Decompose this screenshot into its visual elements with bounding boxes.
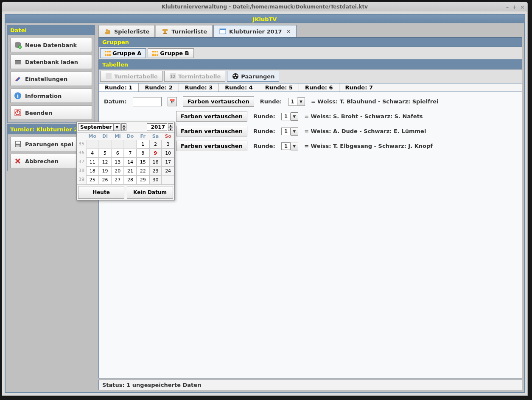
pairing-text: = Weiss: S. Broht - Schwarz: S. Nafets [304,113,423,119]
month-spinner[interactable]: ▲▼ [121,123,126,131]
calendar-day[interactable]: 1 [137,140,149,149]
info-icon: i [14,92,22,100]
tab-turniertabelle[interactable]: Turniertabelle [100,71,162,82]
chevron-down-icon[interactable]: ▼ [114,123,120,131]
load-database-button[interactable]: Datenbank laden [10,55,92,69]
swap-colors-button[interactable]: Farben vertauschen [183,96,254,107]
tab-termintabelle[interactable]: 12Termintabelle [164,71,225,82]
information-button[interactable]: i Information [10,89,92,103]
round-tab[interactable]: Runde: 1 [99,83,139,92]
round-dropdown[interactable]: 1▼ [281,127,298,136]
calendar-day[interactable]: 18 [86,167,99,175]
no-date-button[interactable]: Kein Datum [127,186,173,199]
calendar-day[interactable]: 11 [86,158,99,167]
minimize-icon[interactable]: – [506,4,509,10]
calendar-day[interactable]: 8 [137,149,149,158]
calendar-dow: Fr [137,133,149,140]
calendar-day[interactable]: 7 [124,149,137,158]
round-tab[interactable]: Runde: 7 [339,83,379,92]
tab-label: Turniertabelle [114,73,158,80]
svg-rect-11 [16,142,20,144]
tab-turnierliste[interactable]: Turnierliste [156,25,213,37]
calendar-day[interactable]: 15 [137,158,149,167]
close-icon[interactable]: × [520,4,525,10]
svg-rect-17 [164,31,166,33]
round-tab[interactable]: Runde: 5 [259,83,299,92]
button-label: Datenbank laden [25,59,78,65]
calendar-day[interactable]: 28 [124,175,137,184]
round-tab[interactable]: Runde: 2 [139,83,179,92]
down-icon[interactable]: ▼ [168,127,173,131]
calendar-day[interactable]: 25 [86,175,99,184]
down-icon[interactable]: ▼ [121,127,126,131]
calendar-week-number: 35 [77,140,86,149]
date-picker-button[interactable]: 📅 [168,97,177,106]
tab-close-icon[interactable]: ✕ [286,28,291,35]
round-label: Runde: [260,98,282,105]
calendar-dow: Do [124,133,137,140]
new-database-button[interactable]: Neue Datenbank [10,38,92,52]
calendar-day[interactable]: 14 [124,158,137,167]
calendar-day[interactable]: 26 [99,175,112,184]
calendar-day[interactable]: 12 [99,158,112,167]
calendar-day[interactable]: 20 [111,167,124,175]
calendar-day[interactable]: 3 [162,140,174,149]
month-selector[interactable]: September ▼ [78,123,120,131]
round-tab[interactable]: Runde: 6 [299,83,339,92]
calendar-day[interactable]: 16 [149,158,162,167]
quit-button[interactable]: Beenden [10,106,92,120]
swap-colors-button[interactable]: Farben vertauschen [176,141,247,151]
calendar-day[interactable]: 21 [124,167,137,175]
up-icon[interactable]: ▲ [168,123,173,127]
window-icon [219,28,227,35]
calendar-day[interactable]: 30 [149,175,162,184]
up-icon[interactable]: ▲ [121,123,126,127]
pairings-icon [232,72,239,80]
tab-klubturnier[interactable]: Klubturnier 2017 ✕ [213,25,297,37]
calendar-day[interactable]: 27 [111,175,124,184]
calendar-day[interactable]: 22 [137,167,149,175]
calendar-day[interactable]: 4 [86,149,99,158]
svg-rect-16 [162,29,168,31]
calendar-day[interactable]: 17 [162,158,174,167]
svg-rect-18 [163,33,167,34]
pairing-row: Farben vertauschenRunde:1▼= Weiss: S. Br… [104,111,517,122]
group-tab-b[interactable]: Gruppe B [148,48,193,58]
calendar-day[interactable]: 10 [162,149,174,158]
svg-text:i: i [17,93,19,99]
calendar-day[interactable]: 6 [111,149,124,158]
main-tabs: Spielerliste Turnierliste Klubturnier 20… [98,25,522,37]
group-tab-a[interactable]: Gruppe A [100,48,146,58]
round-dropdown[interactable]: 1▼ [281,142,298,150]
svg-point-27 [235,77,236,78]
year-spinner[interactable]: ▲▼ [168,123,173,131]
calendar-day[interactable]: 9 [149,149,162,158]
round-tab[interactable]: Runde: 4 [219,83,259,92]
sidebar-body: Neue Datenbank Datenbank laden Einstellu… [8,35,95,122]
calendar-day[interactable]: 24 [162,167,174,175]
swap-colors-button[interactable]: Farben vertauschen [176,111,247,122]
tab-spielerliste[interactable]: Spielerliste [98,25,155,37]
chevron-down-icon: ▼ [291,142,298,150]
calendar-day[interactable]: 29 [137,175,149,184]
gruppen-bar: Gruppen [98,37,522,47]
calendar-dow: Mo [86,133,99,140]
calendar-day[interactable]: 13 [111,158,124,167]
today-button[interactable]: Heute [78,186,124,199]
round-dropdown[interactable]: 1▼ [281,112,298,121]
maximize-icon[interactable]: + [512,4,517,10]
tab-paarungen[interactable]: Paarungen [227,71,279,82]
calendar-day[interactable]: 5 [99,149,112,158]
tab-label: Paarungen [241,73,274,80]
swap-colors-button[interactable]: Farben vertauschen [176,126,247,136]
round-label: Runde: [253,113,275,119]
calendar-day[interactable]: 2 [149,140,162,149]
settings-button[interactable]: Einstellungen [10,72,92,86]
players-icon [104,28,112,35]
round-tab[interactable]: Runde: 3 [179,83,219,92]
date-input[interactable] [133,97,162,106]
tabellen-bar: Tabellen [98,60,522,69]
calendar-day[interactable]: 19 [99,167,112,175]
round-dropdown[interactable]: 1▼ [288,97,305,106]
calendar-day[interactable]: 23 [149,167,162,175]
